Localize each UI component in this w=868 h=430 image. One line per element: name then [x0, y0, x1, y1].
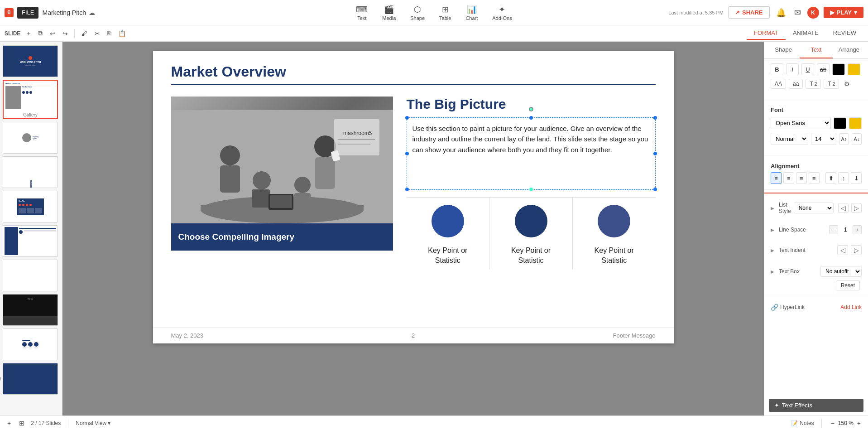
size-select[interactable]: 14 — [811, 133, 836, 145]
handle-bc[interactable] — [529, 188, 533, 191]
line-space-increase-button[interactable]: + — [853, 225, 862, 234]
underline-button[interactable]: U — [801, 63, 814, 75]
highlight-color-swatch[interactable] — [848, 63, 860, 75]
italic-button[interactable]: I — [786, 63, 799, 75]
align-top-button[interactable]: ⬆ — [825, 172, 836, 184]
duplicate-slide-button[interactable]: ⧉ — [35, 28, 45, 39]
handle-tl[interactable] — [405, 116, 409, 120]
panel-tab-arrange[interactable]: Arrange — [833, 42, 865, 58]
undo-button[interactable]: ↩ — [47, 29, 58, 39]
handle-br[interactable] — [653, 188, 657, 191]
bold-button[interactable]: B — [771, 63, 783, 75]
file-button[interactable]: FILE — [17, 7, 38, 19]
tool-shape[interactable]: ⬡ Shape — [404, 3, 431, 23]
slide-thumb-1[interactable]: 1 MARKETING PITCH Subtitle Here — [3, 45, 58, 77]
add-slide-bottom-button[interactable]: + — [5, 419, 13, 428]
text-effects-icon: ✦ — [774, 402, 779, 409]
text-indent-increase-button[interactable]: ▷ — [851, 245, 862, 255]
slide-thumb-6[interactable]: 6 — [3, 225, 58, 257]
tool-text[interactable]: ⌨ Text — [350, 3, 374, 23]
add-slide-button[interactable]: + — [24, 29, 33, 39]
grid-view-button[interactable]: ⊞ — [17, 419, 26, 428]
add-link-button[interactable]: Add Link — [840, 304, 862, 310]
align-justify-button[interactable]: ≡ — [809, 172, 820, 184]
text-effects-button[interactable]: ✦ Text Effects — [769, 399, 863, 412]
tool-media[interactable]: 🎬 Media — [376, 3, 402, 23]
slide-thumb-3[interactable]: 3 InspiringQuote — [3, 122, 58, 154]
handle-mr[interactable] — [653, 152, 657, 155]
review-tab[interactable]: REVIEW — [826, 27, 863, 40]
slide-photo[interactable]: mashroom5 Choose Compelling Imagery — [171, 97, 393, 251]
list-style-select[interactable]: None Bullet Numbered — [794, 203, 834, 213]
list-chevron-icon[interactable]: ▶ — [771, 206, 774, 211]
reset-button[interactable]: Reset — [836, 280, 860, 290]
text-settings-button[interactable]: ⚙ — [842, 79, 852, 89]
tool-addons[interactable]: ✦ Add-Ons — [486, 3, 518, 23]
panel-tab-shape[interactable]: Shape — [767, 42, 800, 58]
handle-bl[interactable] — [405, 188, 409, 191]
user-avatar[interactable]: K — [807, 7, 819, 19]
font-color-swatch[interactable] — [832, 63, 845, 75]
list-indent-decrease-button[interactable]: ◁ — [838, 203, 849, 213]
superscript-button[interactable]: T2 — [806, 79, 821, 89]
redo-button[interactable]: ↪ — [60, 29, 71, 39]
align-left-button[interactable]: ≡ — [771, 172, 782, 184]
text-box-select[interactable]: No autofit Autofit Shrink text — [820, 266, 862, 277]
line-space-value[interactable] — [839, 226, 852, 233]
align-bottom-button[interactable]: ⬇ — [851, 172, 862, 184]
play-button[interactable]: ▶ PLAY ▾ — [824, 7, 863, 18]
zoom-out-button[interactable]: − — [829, 419, 836, 428]
notes-button[interactable]: 📝 Notes — [791, 420, 814, 426]
format-tab[interactable]: FORMAT — [747, 27, 786, 40]
animate-tab[interactable]: ANIMATE — [786, 27, 826, 40]
paint-format-button[interactable]: 🖌 — [78, 29, 90, 39]
paste-button[interactable]: 📋 — [115, 29, 129, 39]
slide-thumb-8[interactable]: 8 Title Text — [3, 294, 58, 326]
textindent-chevron-icon[interactable]: ▶ — [771, 248, 774, 253]
slide-thumb-10[interactable]: 10 — [3, 363, 58, 395]
notification-button[interactable]: 🔔 — [774, 6, 788, 19]
textbox-chevron-icon[interactable]: ▶ — [771, 269, 774, 274]
strikethrough-button[interactable]: ab — [817, 63, 830, 75]
font-highlight-box[interactable] — [849, 117, 862, 129]
tool-table[interactable]: ⊞ Table — [433, 3, 457, 23]
handle-ml[interactable] — [405, 152, 409, 155]
text-indent-section: ▶ Text Indent ◁ ▷ — [764, 241, 868, 261]
rotation-handle[interactable] — [529, 107, 533, 111]
font-select[interactable]: Open Sans — [771, 117, 831, 129]
align-center-button[interactable]: ≡ — [783, 172, 794, 184]
subscript-button[interactable]: T2 — [824, 79, 839, 89]
text-indent-decrease-button[interactable]: ◁ — [837, 245, 848, 255]
case-aa-button[interactable]: AA — [771, 79, 786, 89]
font-color-box[interactable] — [834, 117, 846, 129]
slide-thumb-7[interactable]: 7 — [3, 260, 58, 291]
handle-tr[interactable] — [653, 116, 657, 120]
slide-thumb-4[interactable]: 4 Slide Text — [3, 156, 58, 188]
case-aa-lower-button[interactable]: aa — [789, 79, 803, 89]
cut-button[interactable]: ✂ — [92, 29, 103, 39]
panel-tab-text[interactable]: Text — [800, 42, 832, 58]
linespace-chevron-icon[interactable]: ▶ — [771, 227, 774, 232]
share-button[interactable]: ↗ SHARE — [728, 6, 770, 19]
font-size-down-button[interactable]: A↓ — [852, 133, 862, 145]
slide-thumb-2[interactable]: 2 Market Overview The Big Picture Use th… — [3, 80, 58, 119]
view-select-button[interactable]: Normal View ▾ — [76, 420, 110, 426]
style-select[interactable]: Normal — [771, 133, 808, 145]
list-indent-increase-button[interactable]: ▷ — [851, 203, 862, 213]
body-text: Use this section to paint a picture for … — [412, 123, 650, 155]
tool-chart[interactable]: 📊 Chart — [459, 3, 484, 23]
align-right-button[interactable]: ≡ — [796, 172, 807, 184]
slide-7-preview — [3, 260, 58, 291]
line-space-decrease-button[interactable]: − — [829, 225, 838, 234]
font-size-up-button[interactable]: A↑ — [839, 133, 849, 145]
mail-button[interactable]: ✉ — [792, 6, 803, 19]
align-middle-button[interactable]: ↕ — [838, 172, 849, 184]
slide-thumb-9[interactable]: 9 — [3, 329, 58, 360]
svg-rect-9 — [252, 189, 270, 208]
copy-button[interactable]: ⎘ — [105, 29, 114, 39]
slide-thumb-5[interactable]: 5 Slide Title — [3, 191, 58, 222]
handle-tc[interactable] — [529, 116, 533, 120]
zoom-in-button[interactable]: + — [855, 419, 863, 428]
text-box-selected[interactable]: Use this section to paint a picture for … — [407, 117, 656, 190]
canvas-area[interactable]: Market Overview — [62, 42, 764, 416]
